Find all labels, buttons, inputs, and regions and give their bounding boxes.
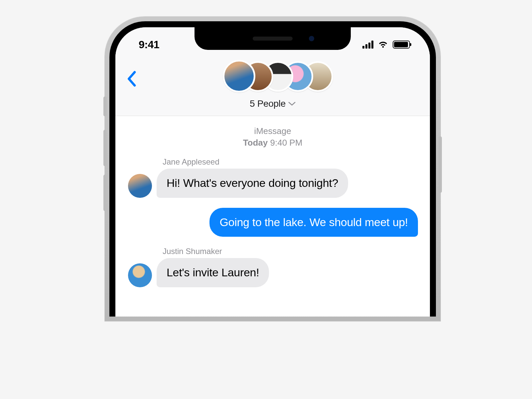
- message-bubble[interactable]: Going to the lake. We should meet up!: [209, 208, 418, 237]
- group-title-button[interactable]: 5 People: [122, 98, 423, 109]
- message-bubble[interactable]: Hi! What's everyone doing tonight?: [157, 169, 348, 198]
- message-thread[interactable]: iMessage Today 9:40 PM Jane Appleseed Hi…: [115, 116, 430, 311]
- group-title: 5 People: [250, 98, 286, 109]
- front-camera: [309, 36, 314, 41]
- avatar: [223, 60, 255, 92]
- phone-screen: 9:41: [115, 27, 430, 317]
- side-button: [439, 136, 442, 193]
- wifi-icon: [377, 41, 389, 49]
- speaker-grille: [253, 37, 293, 41]
- date-label: Today: [243, 138, 268, 148]
- message-group: Going to the lake. We should meet up!: [123, 208, 422, 237]
- chevron-down-icon: [288, 101, 296, 106]
- message-group: Jane Appleseed Hi! What's everyone doing…: [123, 157, 422, 198]
- status-time: 9:41: [139, 39, 159, 51]
- sender-name: Jane Appleseed: [163, 157, 422, 167]
- message-bubble[interactable]: Let's invite Lauren!: [157, 258, 269, 287]
- status-icons: [362, 41, 410, 49]
- battery-icon: [393, 41, 410, 49]
- sender-avatar[interactable]: [128, 263, 152, 287]
- cellular-icon: [362, 41, 373, 49]
- phone-frame: 9:41: [105, 17, 441, 321]
- sender-name: Justin Shumaker: [163, 247, 422, 256]
- volume-down-button: [103, 175, 107, 211]
- group-avatar-stack[interactable]: [122, 59, 423, 96]
- notch: [195, 27, 351, 50]
- conversation-header: 5 People: [115, 54, 430, 116]
- thread-timestamp: iMessage Today 9:40 PM: [123, 125, 422, 149]
- time-label: 9:40 PM: [270, 138, 303, 148]
- message-group: Justin Shumaker Let's invite Lauren!: [123, 247, 422, 287]
- mute-switch: [103, 96, 107, 116]
- volume-up-button: [103, 130, 107, 166]
- service-label: iMessage: [123, 125, 422, 137]
- sender-avatar[interactable]: [128, 174, 152, 198]
